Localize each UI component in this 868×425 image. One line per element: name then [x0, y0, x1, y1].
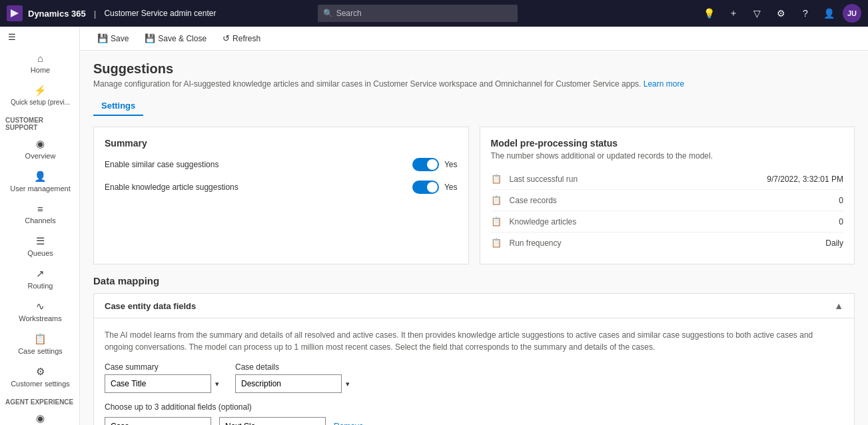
model-case-records-label: Case records — [510, 196, 831, 205]
sidebar-item-case-settings[interactable]: 📋 Case settings — [0, 328, 79, 360]
model-last-run-value: 9/7/2022, 3:32:01 PM — [767, 175, 843, 184]
help-icon[interactable]: ? — [795, 3, 816, 24]
sidebar-item-customer-settings-label: Customer settings — [11, 380, 70, 388]
settings-icon[interactable]: ⚙ — [771, 3, 792, 24]
avatar[interactable]: JU — [843, 4, 861, 23]
hamburger-menu[interactable]: ☰ — [0, 27, 79, 47]
sidebar-item-routing-label: Routing — [28, 282, 53, 290]
sidebar-item-queues[interactable]: ☰ Queues — [0, 230, 79, 262]
case-summary-select-wrapper: Case Title — [105, 374, 224, 393]
overview-ae-icon: ◉ — [36, 412, 45, 424]
case-entity-section: Case entity data fields ▲ The AI model l… — [93, 293, 855, 425]
filter-icon[interactable]: ▽ — [747, 3, 768, 24]
case-settings-icon: 📋 — [34, 333, 47, 345]
save-close-label: Save & Close — [158, 34, 207, 43]
model-knowledge-articles-row: 📋 Knowledge articles 0 — [491, 211, 844, 232]
model-run-icon: 📋 — [491, 174, 502, 184]
model-last-run-label: Last successful run — [510, 175, 759, 184]
sidebar-item-routing[interactable]: ↗ Routing — [0, 262, 79, 295]
case-summary-select[interactable]: Case Title — [105, 374, 211, 393]
enable-case-label: Enable similar case suggestions — [105, 160, 402, 169]
model-case-icon: 📋 — [491, 195, 502, 205]
model-status-title: Model pre-processing status — [491, 138, 844, 149]
optional-field2-select[interactable]: Next Sla — [219, 417, 326, 425]
sidebar-item-workstreams[interactable]: ∿ Workstreams — [0, 295, 79, 328]
toggle-slider-case — [412, 158, 439, 171]
enable-case-row: Enable similar case suggestions Yes — [105, 158, 458, 171]
workstreams-icon: ∿ — [36, 300, 45, 312]
add-icon[interactable]: ＋ — [723, 3, 744, 24]
sidebar-item-channels-label: Channels — [25, 216, 55, 224]
search-input[interactable] — [318, 5, 518, 22]
sidebar-item-channels[interactable]: ≡ Channels — [0, 198, 79, 230]
channels-icon: ≡ — [37, 203, 43, 214]
model-knowledge-articles-label: Knowledge articles — [510, 217, 831, 226]
sidebar-item-case-settings-label: Case settings — [18, 347, 63, 355]
enable-knowledge-toggle-wrapper: Yes — [412, 181, 458, 194]
model-run-frequency-value: Daily — [825, 238, 843, 248]
model-status-desc: The number shows additional or updated r… — [491, 151, 844, 161]
user-management-icon: 👤 — [34, 171, 47, 183]
sidebar-item-overview-cs-label: Overview — [25, 152, 56, 160]
refresh-button[interactable]: ↺ Refresh — [216, 31, 267, 46]
enable-knowledge-row: Enable knowledge article suggestions Yes — [105, 181, 458, 194]
model-last-run-row: 📋 Last successful run 9/7/2022, 3:32:01 … — [491, 169, 844, 190]
queues-icon: ☰ — [36, 235, 45, 247]
sidebar-item-overview-cs[interactable]: ◉ Overview — [0, 133, 79, 165]
case-entity-desc: The AI model learns from the summary and… — [105, 329, 843, 353]
case-entity-title: Case entity data fields — [105, 301, 196, 311]
save-button[interactable]: 💾 Save — [91, 31, 135, 46]
case-details-field-group: Case details Description — [235, 362, 355, 393]
help-lightbulb-icon[interactable]: 💡 — [699, 3, 720, 24]
sidebar-item-quicksetup[interactable]: ⚡ Quick setup (previ... — [0, 79, 79, 111]
model-ka-icon: 📋 — [491, 216, 502, 226]
quicksetup-icon: ⚡ — [34, 85, 47, 97]
sidebar-item-quicksetup-label: Quick setup (previ... — [11, 99, 70, 106]
enable-knowledge-label: Enable knowledge article suggestions — [105, 183, 402, 192]
home-icon: ⌂ — [37, 53, 43, 64]
section-customer-support: Customer support — [0, 111, 79, 133]
case-entity-header[interactable]: Case entity data fields ▲ — [94, 294, 854, 318]
case-summary-field-group: Case summary Case Title — [105, 362, 224, 393]
remove-optional-button[interactable]: Remove — [334, 422, 364, 425]
summary-card: Summary Enable similar case suggestions … — [93, 127, 469, 264]
case-entity-content: The AI model learns from the summary and… — [94, 318, 854, 425]
enable-case-toggle[interactable] — [412, 158, 439, 171]
sidebar-item-user-management[interactable]: 👤 User management — [0, 165, 79, 198]
toolbar: 💾 Save 💾 Save & Close ↺ Refresh — [80, 27, 868, 51]
topbar-app-name: Customer Service admin center — [104, 9, 216, 18]
tab-settings[interactable]: Settings — [93, 97, 143, 116]
enable-knowledge-value: Yes — [444, 183, 458, 192]
section-agent-experience: Agent experience — [0, 393, 79, 407]
toggle-slider-knowledge — [412, 181, 439, 194]
case-details-label: Case details — [235, 362, 355, 372]
enable-case-value: Yes — [444, 160, 458, 169]
enable-knowledge-toggle[interactable] — [412, 181, 439, 194]
enable-case-toggle-wrapper: Yes — [412, 158, 458, 171]
profile-icon[interactable]: 👤 — [819, 3, 840, 24]
topbar-logo: Dynamics 365 | Customer Service admin ce… — [7, 5, 216, 21]
sidebar-item-home-label: Home — [31, 66, 50, 74]
save-icon: 💾 — [97, 33, 108, 43]
case-details-select[interactable]: Description — [235, 374, 342, 393]
summary-title: Summary — [105, 138, 458, 149]
search-bar[interactable]: 🔍 — [318, 5, 518, 22]
model-case-records-row: 📋 Case records 0 — [491, 190, 844, 211]
cards-row: Summary Enable similar case suggestions … — [93, 127, 855, 264]
customer-settings-icon: ⚙ — [36, 366, 45, 378]
topbar-actions: 💡 ＋ ▽ ⚙ ? 👤 JU — [699, 3, 861, 24]
svg-marker-0 — [11, 9, 19, 17]
page-title: Suggestions — [93, 61, 855, 77]
sidebar-item-customer-settings[interactable]: ⚙ Customer settings — [0, 360, 79, 393]
save-label: Save — [111, 34, 129, 43]
sidebar-item-home[interactable]: ⌂ Home — [0, 47, 79, 79]
save-close-button[interactable]: 💾 Save & Close — [138, 31, 213, 46]
learn-more-link[interactable]: Learn more — [644, 79, 684, 89]
sidebar-item-workstreams-label: Workstreams — [19, 314, 62, 322]
optional-field1-select[interactable]: Case — [105, 417, 211, 425]
dynamics-logo-icon — [7, 5, 23, 21]
sidebar-item-overview-ae[interactable]: ◉ Overview — [0, 407, 79, 425]
content-area: 💾 Save 💾 Save & Close ↺ Refresh Suggesti… — [80, 27, 868, 425]
model-status-card: Model pre-processing status The number s… — [480, 127, 855, 264]
optional-field1-wrapper: Case — [105, 417, 211, 425]
